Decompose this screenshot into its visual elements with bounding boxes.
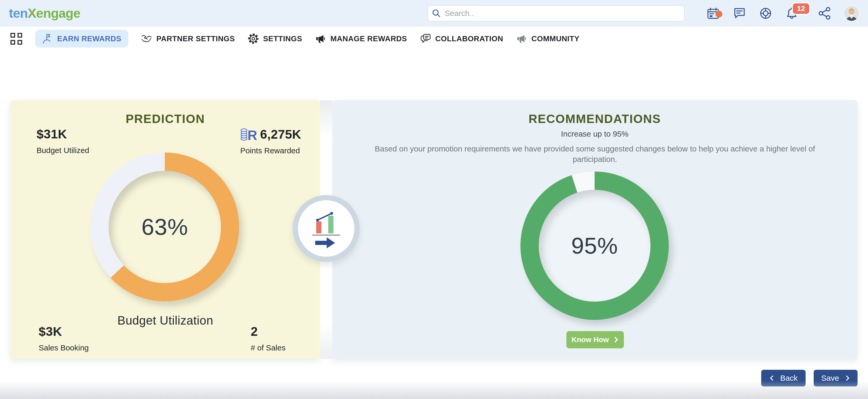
chevron-left-icon bbox=[769, 375, 775, 381]
stat-value: $3K bbox=[39, 324, 89, 339]
recommendations-subtitle: Increase up to 95% bbox=[332, 129, 857, 139]
nav-item-earn-rewards[interactable]: EARN REWARDS bbox=[35, 30, 128, 48]
nav-label: MANAGE REWARDS bbox=[330, 34, 407, 43]
search-input[interactable] bbox=[428, 5, 685, 22]
app-root: tenXengage bbox=[0, 0, 868, 399]
back-label: Back bbox=[780, 374, 798, 382]
share-icon bbox=[818, 7, 831, 20]
nav-label: PARTNER SETTINGS bbox=[156, 34, 235, 43]
stat-value: 2 bbox=[251, 324, 285, 339]
stat-label: Budget Utilized bbox=[36, 146, 89, 155]
topbar-icons: 12 bbox=[707, 6, 859, 21]
nav-item-collaboration[interactable]: COLLABORATION bbox=[420, 33, 503, 44]
back-button[interactable]: Back bbox=[761, 370, 806, 387]
user-avatar[interactable] bbox=[844, 6, 859, 21]
stat-label: # of Sales bbox=[251, 343, 285, 352]
share-button[interactable] bbox=[818, 6, 832, 20]
nav-label: COMMUNITY bbox=[531, 34, 580, 43]
avatar-image bbox=[844, 6, 859, 21]
logo[interactable]: tenXengage bbox=[9, 6, 80, 21]
know-how-label: Know How bbox=[571, 336, 609, 344]
stat-num-sales: 2 # of Sales bbox=[251, 324, 285, 352]
notifications-button[interactable]: 12 bbox=[785, 6, 799, 20]
calendar-alert-dot bbox=[715, 11, 722, 18]
donut-percent-label: 95% bbox=[571, 233, 618, 259]
recommendations-description: Based on your promotion requirements we … bbox=[370, 144, 819, 164]
calendar-button[interactable] bbox=[707, 6, 720, 20]
recommendation-donut: 95% bbox=[521, 172, 669, 320]
handshake-icon bbox=[141, 33, 152, 44]
donut-percent-label: 63% bbox=[141, 214, 188, 240]
stat-budget-utilized: $31K Budget Utilized bbox=[36, 127, 89, 155]
budget-utilization-donut: 63% bbox=[90, 153, 239, 301]
stat-value: $31K bbox=[36, 127, 89, 141]
reward-points-icon: R bbox=[240, 127, 257, 142]
stat-value: 6,275K bbox=[260, 127, 301, 142]
donut-hole: 63% bbox=[108, 171, 221, 283]
stat-points-rewarded: R 6,275K Points Rewarded bbox=[240, 127, 301, 155]
nav-item-settings[interactable]: SETTINGS bbox=[248, 33, 302, 44]
lifebuoy-icon bbox=[760, 7, 772, 20]
megaphone-icon bbox=[315, 33, 326, 44]
main-nav: EARN REWARDS PARTNER SETTINGS SETTINGS bbox=[0, 27, 868, 51]
stat-label: Sales Booking bbox=[39, 343, 89, 352]
stat-label: Points Rewarded bbox=[240, 146, 301, 155]
search-icon bbox=[432, 9, 441, 18]
grid-icon bbox=[10, 33, 15, 38]
donut-hole: 95% bbox=[539, 190, 650, 302]
topbar: tenXengage bbox=[0, 0, 868, 27]
logo-ten: ten bbox=[9, 6, 28, 21]
nav-label: SETTINGS bbox=[263, 34, 302, 43]
nav-label: EARN REWARDS bbox=[57, 34, 121, 43]
nav-label: COLLABORATION bbox=[435, 34, 503, 43]
logo-x: X bbox=[28, 6, 36, 21]
save-label: Save bbox=[821, 374, 839, 382]
recommendations-card: RECOMMENDATIONS Increase up to 95% Based… bbox=[332, 100, 857, 359]
recommendations-title: RECOMMENDATIONS bbox=[332, 112, 857, 126]
know-how-button[interactable]: Know How bbox=[566, 331, 624, 348]
chevron-right-icon bbox=[845, 375, 850, 381]
apps-menu-button[interactable] bbox=[10, 33, 22, 45]
prediction-to-recommendation-connector bbox=[293, 195, 360, 262]
help-button[interactable] bbox=[759, 6, 772, 20]
nav-item-partner-settings[interactable]: PARTNER SETTINGS bbox=[141, 33, 235, 44]
logo-engage: engage bbox=[36, 6, 80, 21]
chat-bubbles-icon bbox=[420, 33, 431, 44]
bottom-fade bbox=[0, 381, 868, 399]
search-box bbox=[428, 5, 685, 22]
messages-button[interactable] bbox=[733, 6, 746, 20]
growth-chart-arrow-icon bbox=[310, 208, 343, 249]
flag-icon bbox=[42, 33, 53, 44]
megaphone-icon bbox=[516, 33, 527, 44]
svg-text:R: R bbox=[248, 128, 257, 142]
chevron-right-icon bbox=[614, 337, 619, 342]
nav-item-manage-rewards[interactable]: MANAGE REWARDS bbox=[315, 33, 407, 44]
notification-count-badge: 12 bbox=[792, 2, 810, 15]
gear-icon bbox=[248, 33, 259, 44]
nav-item-community[interactable]: COMMUNITY bbox=[516, 33, 580, 44]
prediction-title: PREDICTION bbox=[10, 112, 320, 126]
stat-sales-booking: $3K Sales Booking bbox=[39, 324, 89, 352]
save-button[interactable]: Save bbox=[814, 370, 858, 387]
chat-icon bbox=[733, 7, 746, 20]
prediction-card: PREDICTION $31K Budget Utilized R 6,275K… bbox=[10, 100, 320, 359]
